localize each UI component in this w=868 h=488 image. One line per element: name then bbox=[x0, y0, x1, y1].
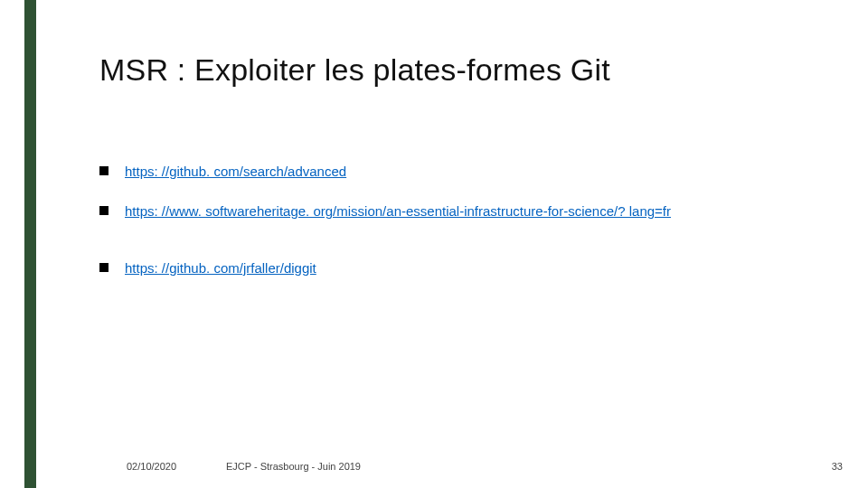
square-bullet-icon bbox=[99, 206, 108, 215]
slide-title: MSR : Exploiter les plates-formes Git bbox=[99, 52, 610, 88]
link-diggit[interactable]: https: //github. com/jrfaller/diggit bbox=[125, 259, 316, 277]
footer-center: EJCP - Strasbourg - Juin 2019 bbox=[226, 461, 361, 472]
link-github-advanced-search[interactable]: https: //github. com/search/advanced bbox=[125, 163, 346, 181]
list-item: https: //github. com/search/advanced bbox=[99, 163, 814, 181]
square-bullet-icon bbox=[99, 166, 108, 175]
accent-bar bbox=[24, 0, 36, 488]
list-item: https: //www. softwareheritage. org/miss… bbox=[99, 202, 814, 221]
list-item: https: //github. com/jrfaller/diggit bbox=[99, 259, 814, 277]
content-area: https: //github. com/search/advanced htt… bbox=[99, 163, 814, 299]
square-bullet-icon bbox=[99, 263, 108, 272]
link-softwareheritage[interactable]: https: //www. softwareheritage. org/miss… bbox=[125, 202, 671, 221]
slide: MSR : Exploiter les plates-formes Git ht… bbox=[0, 0, 868, 488]
footer-page-number: 33 bbox=[832, 461, 843, 472]
footer-date: 02/10/2020 bbox=[127, 461, 176, 472]
